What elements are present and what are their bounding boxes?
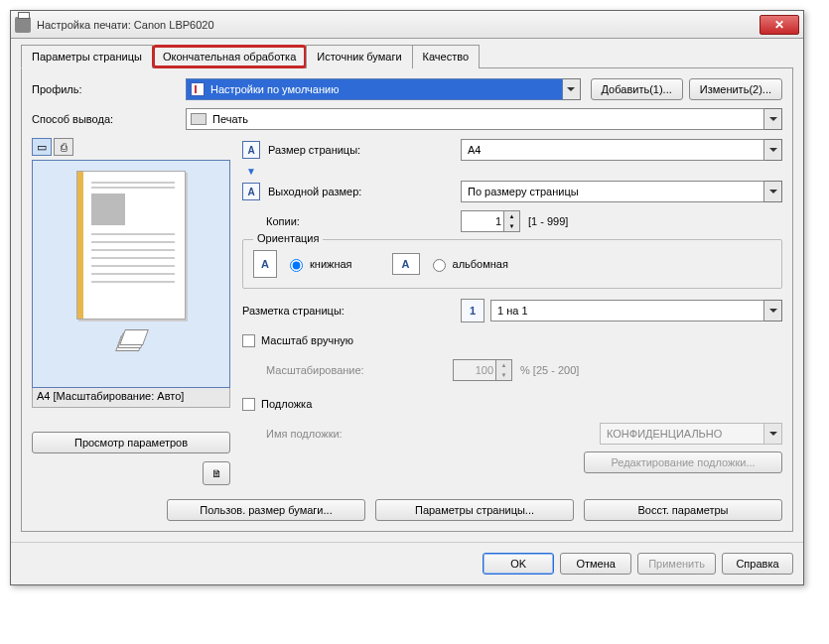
output-method-label: Способ вывода: bbox=[32, 113, 186, 125]
orientation-group: Ориентация A книжная A альбомная bbox=[242, 239, 782, 289]
scale-input: 100 bbox=[453, 359, 496, 381]
preview-mode-printer[interactable]: ⎙ bbox=[54, 138, 73, 156]
tab-body: Профиль: Настройки по умолчанию Добавить… bbox=[21, 67, 793, 532]
watermark-label: Подложка bbox=[261, 398, 312, 410]
spin-up-icon: ▲ bbox=[504, 211, 519, 221]
copies-label: Копии: bbox=[242, 215, 391, 227]
watermark-name-value: КОНФИДЕНЦИАЛЬНО bbox=[607, 428, 722, 440]
manual-scale-checkbox[interactable] bbox=[242, 334, 255, 347]
profile-label: Профиль: bbox=[32, 83, 186, 95]
watermark-name-label: Имя подложки: bbox=[242, 428, 391, 440]
apply-button: Применить bbox=[637, 553, 716, 575]
paper-stack-icon bbox=[116, 329, 146, 353]
page-layout-arrow[interactable] bbox=[764, 300, 782, 322]
titlebar: Настройка печати: Canon LBP6020 ✕ bbox=[11, 11, 803, 39]
close-button[interactable]: ✕ bbox=[760, 15, 799, 35]
page-preview bbox=[76, 171, 186, 320]
edit-profile-button[interactable]: Изменить(2)... bbox=[689, 78, 782, 100]
restore-defaults-button[interactable]: Восст. параметры bbox=[584, 499, 782, 521]
page-layout-value: 1 на 1 bbox=[497, 305, 528, 317]
output-method-value: Печать bbox=[212, 113, 248, 125]
watermark-name-combo: КОНФИДЕНЦИАЛЬНО bbox=[600, 423, 782, 445]
tab-paper-source[interactable]: Источник бумаги bbox=[306, 45, 412, 68]
ok-button[interactable]: OK bbox=[483, 553, 554, 575]
print-icon bbox=[191, 113, 207, 125]
output-size-combo[interactable]: По размеру страницы bbox=[461, 181, 782, 202]
close-icon: ✕ bbox=[774, 18, 784, 32]
layout-icon: 1 bbox=[461, 299, 484, 322]
page-size-arrow[interactable] bbox=[764, 139, 782, 161]
page-size-value: A4 bbox=[468, 144, 481, 156]
help-button[interactable]: Справка bbox=[722, 553, 793, 575]
preview-box bbox=[32, 160, 230, 388]
page-params-button[interactable]: Параметры страницы... bbox=[375, 499, 574, 521]
arrow-down-icon: ▼ bbox=[242, 168, 260, 176]
copies-input[interactable]: 1 bbox=[461, 210, 504, 232]
output-size-value: По размеру страницы bbox=[468, 186, 579, 197]
watermark-checkbox[interactable] bbox=[242, 398, 255, 411]
copies-range: [1 - 999] bbox=[528, 215, 568, 227]
output-size-label: Выходной размер: bbox=[268, 186, 361, 197]
print-settings-window: Настройка печати: Canon LBP6020 ✕ Параме… bbox=[10, 10, 804, 585]
scale-range: % [25 - 200] bbox=[520, 364, 579, 376]
landscape-radio[interactable]: A альбомная bbox=[392, 253, 508, 275]
profile-value: Настройки по умолчанию bbox=[210, 83, 339, 95]
view-params-button[interactable]: Просмотр параметров bbox=[32, 432, 230, 453]
edit-watermark-button: Редактирование подложки... bbox=[584, 451, 782, 473]
info-button[interactable]: 🗎 bbox=[203, 461, 230, 485]
landscape-radio-input[interactable] bbox=[433, 259, 446, 272]
tab-quality[interactable]: Качество bbox=[412, 45, 481, 68]
portrait-radio-input[interactable] bbox=[290, 259, 303, 272]
preview-status: A4 [Масштабирование: Авто] bbox=[32, 388, 230, 408]
page-layout-combo[interactable]: 1 1 на 1 bbox=[461, 300, 782, 322]
output-method-arrow[interactable] bbox=[764, 108, 782, 130]
tab-finishing[interactable]: Окончательная обработка bbox=[152, 45, 307, 68]
tab-strip: Параметры страницы Окончательная обработ… bbox=[21, 45, 793, 68]
window-title: Настройка печати: Canon LBP6020 bbox=[37, 19, 760, 31]
preview-mode-page[interactable]: ▭ bbox=[32, 138, 52, 156]
page-layout-label: Разметка страницы: bbox=[242, 305, 391, 317]
info-icon: 🗎 bbox=[211, 467, 222, 479]
profile-combo-arrow[interactable] bbox=[563, 78, 581, 100]
output-method-combo[interactable]: Печать bbox=[186, 108, 782, 130]
custom-paper-size-button[interactable]: Пользов. размер бумаги... bbox=[167, 499, 365, 521]
watermark-name-arrow bbox=[764, 423, 782, 445]
copies-spinner[interactable]: ▲▼ bbox=[504, 210, 520, 232]
dialog-footer: OK Отмена Применить Справка bbox=[11, 542, 803, 584]
profile-icon bbox=[191, 82, 205, 96]
page-size-label: Размер страницы: bbox=[268, 144, 360, 156]
scale-spinner: ▲▼ bbox=[496, 359, 512, 381]
output-size-icon: A bbox=[242, 183, 260, 200]
output-size-arrow[interactable] bbox=[764, 181, 782, 202]
tab-page-settings[interactable]: Параметры страницы bbox=[21, 45, 153, 68]
add-profile-button[interactable]: Добавить(1)... bbox=[591, 78, 683, 100]
portrait-radio[interactable]: A книжная bbox=[253, 250, 352, 278]
profile-combo[interactable]: Настройки по умолчанию bbox=[186, 78, 563, 100]
manual-scale-label: Масштаб вручную bbox=[261, 334, 353, 346]
page-size-icon: A bbox=[242, 141, 260, 159]
portrait-icon: A bbox=[253, 250, 277, 278]
landscape-icon: A bbox=[392, 253, 420, 275]
scaling-label: Масштабирование: bbox=[242, 364, 391, 376]
orientation-legend: Ориентация bbox=[253, 232, 323, 244]
spin-down-icon: ▼ bbox=[504, 221, 519, 231]
cancel-button[interactable]: Отмена bbox=[560, 553, 631, 575]
page-size-combo[interactable]: A4 bbox=[461, 139, 782, 161]
printer-icon bbox=[15, 17, 31, 33]
